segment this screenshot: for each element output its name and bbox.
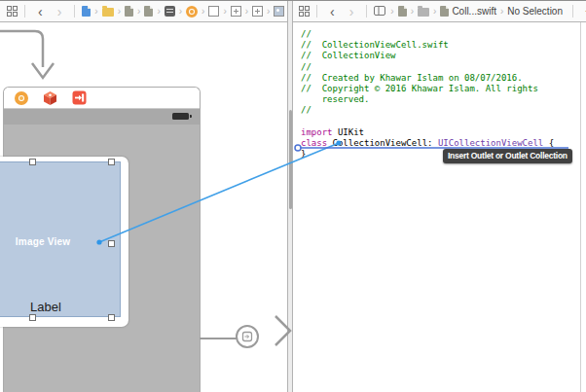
- scene-dock: [4, 88, 200, 109]
- add-assistant-button[interactable]: +: [580, 4, 586, 18]
- storyboard-canvas[interactable]: Image View Label: [0, 22, 287, 392]
- divider: [366, 5, 367, 18]
- view-controller-scene[interactable]: Image View Label: [3, 87, 201, 392]
- divider: [24, 5, 25, 18]
- code-line[interactable]: // CollectionViewCell.swift: [301, 40, 554, 51]
- xcode-window: ‹ › › › › › › › › › › I...w ‹ ›: [0, 0, 586, 392]
- code-line[interactable]: //: [301, 29, 554, 40]
- breadcrumb-separator-icon: ›: [389, 6, 394, 17]
- editor-scrollbar-track[interactable]: [580, 22, 581, 392]
- breadcrumb-separator-icon: ›: [499, 6, 504, 17]
- file-icon[interactable]: [144, 6, 153, 17]
- group-folder-icon[interactable]: [102, 8, 114, 17]
- breadcrumb-separator-icon: ›: [410, 6, 415, 17]
- code-line[interactable]: class CollectionViewCell: UICollectionVi…: [301, 138, 554, 149]
- assistant-code-editor[interactable]: //// CollectionViewCell.swift// Collecti…: [293, 22, 586, 392]
- collection-view-cell-icon[interactable]: [252, 6, 263, 17]
- view-icon[interactable]: [208, 6, 219, 17]
- view-controller-icon[interactable]: [15, 91, 28, 105]
- collection-view-icon[interactable]: [231, 6, 241, 17]
- interface-builder-jump-bar: ‹ › › › › › › › › › › I...w: [0, 1, 287, 22]
- related-items-icon[interactable]: [7, 6, 18, 17]
- group-folder-icon[interactable]: [418, 8, 429, 17]
- selection-handle-top-right[interactable]: [108, 159, 115, 165]
- selection-handle-bottom-mid[interactable]: [29, 314, 36, 321]
- project-file-icon[interactable]: [82, 6, 91, 17]
- code-line[interactable]: import UIKit: [301, 127, 554, 138]
- code-line[interactable]: // CollectionView: [301, 51, 554, 61]
- code-line[interactable]: reserved.: [301, 94, 554, 105]
- breadcrumb-file[interactable]: Coll...swift: [452, 6, 496, 17]
- status-bar: [4, 109, 200, 125]
- forward-button[interactable]: ›: [344, 5, 360, 18]
- image-view-icon[interactable]: [274, 6, 284, 17]
- selection-handle-bottom-right[interactable]: [108, 314, 115, 321]
- counterparts-icon[interactable]: [374, 6, 386, 17]
- code-line[interactable]: //: [301, 105, 554, 116]
- breadcrumb-separator-icon: ›: [117, 6, 122, 17]
- breadcrumb-separator-icon: ›: [136, 6, 141, 17]
- divider: [572, 5, 573, 18]
- breadcrumb-separator-icon: ›: [201, 6, 205, 17]
- canvas-scrollbar-thumb[interactable]: [289, 110, 292, 209]
- code-line[interactable]: // Copyright © 2016 Khawar Islam. All ri…: [301, 84, 554, 94]
- image-view[interactable]: Image View Label: [0, 161, 121, 317]
- breadcrumb-separator-icon: ›: [244, 6, 249, 17]
- back-button[interactable]: ‹: [324, 5, 341, 18]
- swift-file-icon[interactable]: [440, 6, 449, 17]
- breadcrumb-separator-icon: ›: [93, 6, 98, 17]
- selection-handle-top-mid[interactable]: [29, 159, 36, 165]
- code-line[interactable]: //: [301, 62, 554, 73]
- exit-icon[interactable]: [72, 90, 87, 105]
- forward-button[interactable]: ›: [52, 5, 68, 18]
- divider: [316, 5, 317, 18]
- breadcrumb-separator-icon: ›: [156, 6, 161, 17]
- breadcrumb-separator-icon: ›: [432, 6, 437, 17]
- selection-handle-right-mid[interactable]: [108, 240, 115, 247]
- breadcrumb-separator-icon: ›: [222, 6, 227, 17]
- file-icon[interactable]: [125, 6, 133, 17]
- view-controller-icon[interactable]: [186, 6, 198, 18]
- code-line[interactable]: [301, 117, 554, 127]
- breadcrumb-separator-icon: ›: [266, 6, 271, 17]
- divider: [74, 5, 75, 18]
- assistant-editor-jump-bar: ‹ › › › › Coll...swift › No Selection + …: [293, 1, 586, 22]
- breadcrumb-separator-icon: ›: [178, 6, 183, 17]
- storyboard-icon[interactable]: [165, 6, 175, 17]
- image-view-label: Image View: [0, 236, 101, 247]
- battery-icon: [172, 113, 189, 120]
- related-items-icon[interactable]: [299, 6, 310, 17]
- code-line[interactable]: // Created by Khawar Islam on 08/07/2016…: [301, 73, 554, 84]
- first-responder-icon[interactable]: [43, 90, 57, 105]
- label[interactable]: Label: [30, 300, 61, 314]
- file-icon[interactable]: [398, 6, 407, 17]
- code-block: //// CollectionViewCell.swift// Collecti…: [301, 29, 554, 160]
- back-button[interactable]: ‹: [32, 5, 49, 18]
- collection-view-cell[interactable]: Image View Label: [0, 157, 128, 327]
- breadcrumb-selection[interactable]: No Selection: [507, 6, 563, 17]
- insert-outlet-tooltip: Insert Outlet or Outlet Collection: [443, 149, 572, 163]
